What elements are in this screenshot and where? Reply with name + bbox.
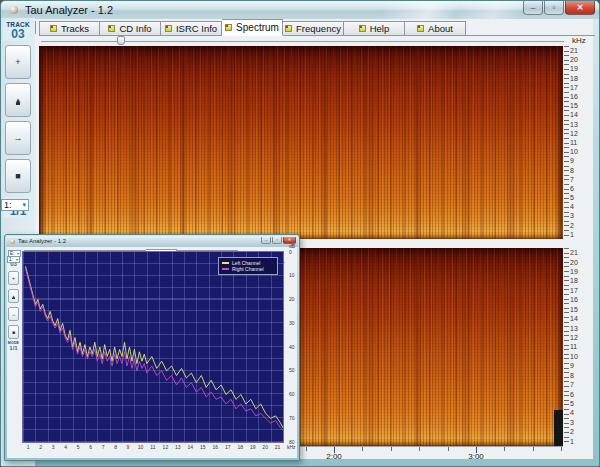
db-tick-label: 40 bbox=[289, 344, 295, 350]
close-button[interactable]: ✕ bbox=[565, 1, 595, 15]
tab-indicator-icon bbox=[285, 25, 292, 32]
freq-tick-label: 13 bbox=[570, 323, 590, 332]
freq-tick-label: 5 bbox=[570, 399, 590, 408]
freq-tick-label: 16 bbox=[570, 92, 590, 101]
db-axis-tick-labels: 01020304050607080 bbox=[286, 251, 300, 443]
frequency-chart-lines bbox=[23, 252, 283, 442]
tab-spectrum[interactable]: Spectrum bbox=[222, 19, 283, 36]
eject-button[interactable]: ▴ bbox=[5, 83, 31, 117]
freq-tick-label: 16 bbox=[570, 295, 590, 304]
freq-tick-label: 4 bbox=[570, 408, 590, 417]
mode-value: 1/1 bbox=[9, 345, 17, 351]
freq-tick-label: 11 bbox=[570, 138, 590, 147]
freq-tick-label: 18 bbox=[570, 276, 590, 285]
tab-indicator-icon bbox=[417, 25, 424, 32]
arrow-right-icon: → bbox=[11, 311, 16, 317]
khz-tick-label: 18 bbox=[234, 444, 246, 450]
tab-isrc-info[interactable]: ISRC Info bbox=[161, 21, 222, 36]
freq-tick-label: 20 bbox=[570, 257, 590, 266]
app-icon bbox=[10, 239, 15, 244]
chevron-down-icon: ▾ bbox=[16, 257, 18, 262]
window-title: Tau Analyzer - 1.2 bbox=[25, 4, 113, 16]
tab-label: ISRC Info bbox=[176, 23, 217, 34]
freq-tick-label: 7 bbox=[570, 175, 590, 184]
freq-tick-label: 15 bbox=[570, 101, 590, 110]
popup-window-title: Tau Analyzer - 1.2 bbox=[18, 238, 66, 244]
freq-tick-label: 20 bbox=[570, 55, 590, 64]
khz-tick-label: 12 bbox=[159, 444, 171, 450]
freq-tick-label: 18 bbox=[570, 74, 590, 83]
maximize-button[interactable]: ▫ bbox=[544, 1, 564, 15]
khz-tick-label: 10 bbox=[134, 444, 146, 450]
freq-axis-ticks-2 bbox=[564, 248, 569, 446]
popup-minimize-button[interactable]: – bbox=[261, 237, 271, 244]
plus-button[interactable]: + bbox=[8, 271, 19, 285]
tab-indicator-icon bbox=[359, 25, 366, 32]
khz-tick-label: 6 bbox=[84, 444, 96, 450]
tab-frequency[interactable]: Frequency bbox=[283, 21, 344, 36]
freq-tick-label: 9 bbox=[570, 156, 590, 165]
popup-disc-select[interactable]: 1: ▾ bbox=[7, 256, 20, 263]
freq-tick-label: 12 bbox=[570, 333, 590, 342]
freq-tick-label: 2 bbox=[570, 427, 590, 436]
spectrogram-left-channel bbox=[39, 46, 563, 239]
tau-analyzer-window: Tau Analyzer - 1.2 – ▫ ✕ E: ▾ TracksCD I… bbox=[0, 0, 600, 467]
stop-button[interactable]: ■ bbox=[5, 159, 31, 193]
khz-tick-label: 13 bbox=[172, 444, 184, 450]
arrow-right-icon: → bbox=[14, 133, 23, 143]
freq-axis-ticks-1 bbox=[564, 46, 569, 239]
db-tick-label: 0 bbox=[289, 249, 292, 255]
db-tick-label: 20 bbox=[289, 296, 295, 302]
tab-about[interactable]: About bbox=[405, 21, 466, 36]
freq-tick-label: 10 bbox=[570, 147, 590, 156]
freq-tick-label: 9 bbox=[570, 361, 590, 370]
tab-label: Tracks bbox=[61, 23, 89, 34]
tab-cd-info[interactable]: CD Info bbox=[100, 21, 161, 36]
popup-maximize-button[interactable]: ▫ bbox=[272, 237, 282, 244]
khz-tick-label: 4 bbox=[59, 444, 71, 450]
khz-tick-label: 16 bbox=[209, 444, 221, 450]
tab-tracks[interactable]: Tracks bbox=[39, 21, 100, 36]
track-display: TRACK 03 bbox=[3, 20, 33, 41]
freq-tick-label: 12 bbox=[570, 129, 590, 138]
freq-tick-label: 17 bbox=[570, 286, 590, 295]
disc-value: 1: bbox=[4, 200, 12, 210]
khz-axis-tick-labels: 123456789101112131415161718192021 bbox=[22, 444, 284, 450]
freq-tick-label: 19 bbox=[570, 267, 590, 276]
minimize-button[interactable]: – bbox=[523, 1, 543, 15]
forward-button[interactable]: → bbox=[8, 307, 19, 321]
khz-tick-label: 17 bbox=[222, 444, 234, 450]
freq-tick-label: 8 bbox=[570, 370, 590, 379]
khz-tick-label: 19 bbox=[246, 444, 258, 450]
khz-axis-label: kHz bbox=[287, 444, 296, 450]
freq-axis-labels-2: 212019181716151413121110987654321 bbox=[570, 248, 590, 446]
freq-tick-label: 3 bbox=[570, 211, 590, 220]
track-end-marker bbox=[554, 410, 563, 446]
forward-button[interactable]: → bbox=[5, 121, 31, 155]
popup-title-bar[interactable]: Tau Analyzer - 1.2 – ▫ ✕ bbox=[6, 236, 298, 247]
eject-button[interactable]: ▴ bbox=[8, 289, 19, 303]
disc-value: 1: bbox=[9, 257, 13, 262]
khz-tick-label: 1 bbox=[22, 444, 34, 450]
plus-button[interactable]: + bbox=[5, 45, 31, 79]
tab-indicator-icon bbox=[225, 24, 232, 31]
freq-tick-label: 7 bbox=[570, 380, 590, 389]
right-channel-line bbox=[26, 269, 284, 431]
db-tick-label: 10 bbox=[289, 272, 295, 278]
freq-tick-label: 8 bbox=[570, 165, 590, 174]
stop-button[interactable]: ■ bbox=[8, 325, 19, 339]
freq-tick-label: 1 bbox=[570, 230, 590, 239]
position-slider-thumb[interactable] bbox=[117, 36, 125, 45]
tab-bar: TracksCD InfoISRC InfoSpectrumFrequencyH… bbox=[39, 19, 466, 36]
tab-help[interactable]: Help bbox=[344, 21, 405, 36]
title-bar[interactable]: Tau Analyzer - 1.2 – ▫ ✕ bbox=[1, 1, 599, 19]
left-channel-line bbox=[26, 266, 284, 428]
disc-select[interactable]: 1: ▾ bbox=[1, 199, 29, 211]
legend-item: Right Channel bbox=[222, 266, 274, 272]
db-tick-label: 60 bbox=[289, 391, 295, 397]
track-number: 03 bbox=[3, 28, 33, 40]
tab-label: About bbox=[428, 23, 453, 34]
app-icon bbox=[10, 6, 18, 14]
legend-label: Right Channel bbox=[232, 266, 264, 272]
frequency-popup-window[interactable]: Tau Analyzer - 1.2 – ▫ ✕ E: ▾ TracksCD I… bbox=[4, 234, 300, 461]
